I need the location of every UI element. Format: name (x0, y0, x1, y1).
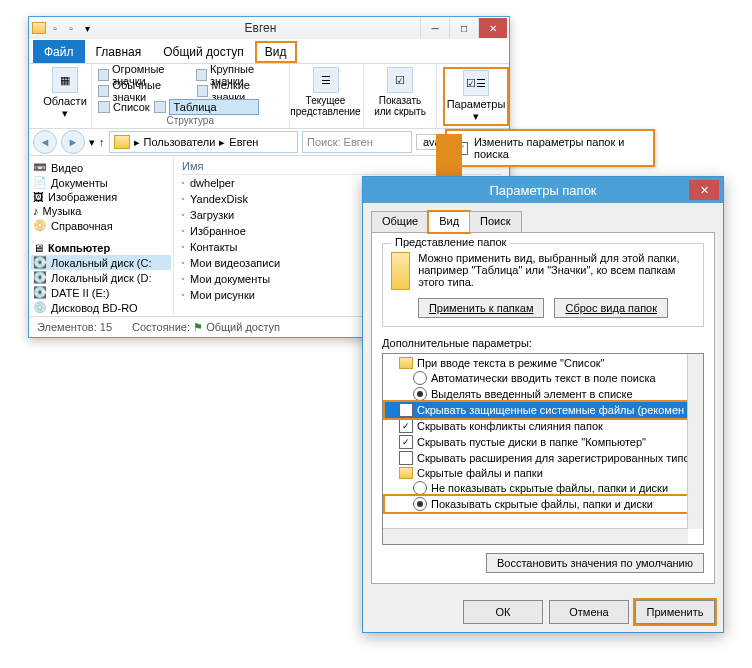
restore-defaults-button[interactable]: Восстановить значения по умолчанию (486, 553, 704, 573)
folder-view-group: Представление папок Можно применить вид,… (382, 243, 704, 327)
history-dropdown-icon[interactable]: ▾ (89, 136, 95, 149)
cancel-button[interactable]: Отмена (549, 600, 629, 624)
search-input[interactable]: Поиск: Евген (302, 131, 412, 153)
nav-bd[interactable]: 💿Дисковод BD-RO (31, 300, 171, 315)
tab-view[interactable]: Вид (255, 41, 297, 63)
item-count: Элементов: 15 (37, 321, 112, 333)
show-hide-button[interactable]: ☑Показать или скрыть (370, 67, 430, 117)
qat-dropdown-icon[interactable]: ▾ (79, 20, 95, 36)
nav-pane: 📼Видео 📄Документы 🖼Изображения ♪Музыка 📀… (29, 156, 174, 316)
tab-general[interactable]: Общие (371, 211, 429, 233)
dialog-footer: ОК Отмена Применить (363, 592, 723, 632)
group-label: Структура (98, 115, 283, 126)
close-button[interactable]: ✕ (478, 18, 507, 38)
change-folder-options[interactable]: ✓Изменить параметры папок и поиска (450, 134, 650, 162)
options-submenu: ✓Изменить параметры папок и поиска (445, 129, 655, 167)
forward-button[interactable]: ► (61, 130, 85, 154)
options-button[interactable]: ☑☰Параметры▾ (443, 67, 509, 126)
tree-check[interactable]: Скрывать расширения для зарегистрированн… (385, 450, 701, 466)
apply-to-folders-button[interactable]: Применить к папкам (418, 298, 545, 318)
advanced-tree[interactable]: При вводе текста в режиме "Список" Автом… (382, 353, 704, 545)
titlebar: ▫ ▫ ▾ Евген ─ □ ✕ (29, 17, 509, 39)
window-title: Евген (101, 21, 420, 35)
scrollbar-horizontal[interactable] (383, 528, 688, 544)
folder-icon (114, 135, 130, 149)
up-button[interactable]: ↑ (99, 136, 105, 148)
qat-icon[interactable]: ▫ (47, 20, 63, 36)
tab-view[interactable]: Вид (428, 211, 470, 233)
layout-list[interactable]: Список (98, 99, 150, 115)
tree-check[interactable]: ✓Скрывать конфликты слияния папок (385, 418, 701, 434)
tree-radio[interactable]: Выделять введенный элемент в списке (385, 386, 701, 402)
reset-folders-button[interactable]: Сброс вида папок (554, 298, 668, 318)
back-button[interactable]: ◄ (33, 130, 57, 154)
minimize-button[interactable]: ─ (420, 18, 449, 38)
nav-disk-e[interactable]: 💽DATE II (E:) (31, 285, 171, 300)
tab-share[interactable]: Общий доступ (152, 40, 255, 63)
breadcrumb[interactable]: ▸Пользователи▸Евген (109, 131, 298, 153)
tree-radio-show-hidden[interactable]: Показывать скрытые файлы, папки и диски (385, 496, 701, 512)
tree-group: При вводе текста в режиме "Список" (385, 356, 701, 370)
nav-music[interactable]: ♪Музыка (31, 204, 171, 218)
nav-computer[interactable]: 🖥Компьютер (31, 241, 171, 255)
ribbon-tabs: Файл Главная Общий доступ Вид (29, 39, 509, 64)
current-view-icon: ☰ (313, 67, 339, 93)
layout-medium[interactable]: Обычные значки (98, 83, 193, 99)
nav-documents[interactable]: 📄Документы (31, 175, 171, 190)
folder-view-icon (391, 252, 410, 290)
tree-group: Скрытые файлы и папки (385, 466, 701, 480)
ribbon: ▦Области▾ Огромные значкиКрупные значки … (29, 64, 509, 129)
dialog-title: Параметры папок (363, 177, 723, 203)
tab-search[interactable]: Поиск (469, 211, 521, 233)
tree-radio[interactable]: Не показывать скрытые файлы, папки и дис… (385, 480, 701, 496)
quick-access: ▫ ▫ ▾ (31, 20, 95, 36)
nav-pictures[interactable]: 🖼Изображения (31, 190, 171, 204)
advanced-label: Дополнительные параметры: (382, 337, 704, 349)
current-view-button[interactable]: ☰Текущее представление (296, 67, 356, 117)
close-button[interactable]: ✕ (689, 180, 719, 200)
nav-disk-d[interactable]: 💽Локальный диск (D: (31, 270, 171, 285)
maximize-button[interactable]: □ (449, 18, 478, 38)
panes-icon: ▦ (52, 67, 78, 93)
nav-disk-c[interactable]: 💽Локальный диск (C: (31, 255, 171, 270)
tree-radio[interactable]: Автоматически вводить текст в поле поиск… (385, 370, 701, 386)
show-hide-icon: ☑ (387, 67, 413, 93)
scrollbar-vertical[interactable] (687, 354, 703, 529)
folder-icon (31, 20, 47, 36)
nav-videos[interactable]: 📼Видео (31, 160, 171, 175)
tree-check[interactable]: ✓Скрывать пустые диски в папке "Компьюте… (385, 434, 701, 450)
qat-icon[interactable]: ▫ (63, 20, 79, 36)
options-icon: ☑☰ (463, 70, 489, 96)
tab-file[interactable]: Файл (33, 40, 85, 63)
ok-button[interactable]: ОК (463, 600, 543, 624)
tree-check-hide-system[interactable]: Скрывать защищенные системные файлы (рек… (385, 402, 701, 418)
tab-home[interactable]: Главная (85, 40, 153, 63)
layout-table[interactable]: Таблица (154, 99, 259, 115)
apply-button[interactable]: Применить (635, 600, 715, 624)
nav-help[interactable]: 📀Справочная (31, 218, 171, 233)
layout-small[interactable]: Мелкие значки (197, 83, 282, 99)
panes-button[interactable]: ▦Области▾ (35, 67, 95, 120)
folder-options-dialog: Параметры папок ✕ Общие Вид Поиск Предст… (362, 176, 724, 633)
folder-view-text: Можно применить вид, выбранный для этой … (418, 252, 695, 288)
